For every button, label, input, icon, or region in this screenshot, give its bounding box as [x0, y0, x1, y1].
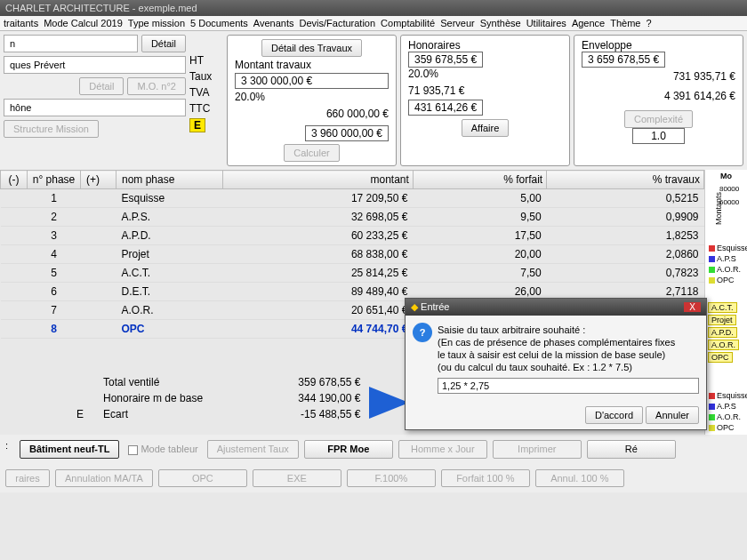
travaux-tva: 660 000,00 € — [235, 105, 389, 123]
left-column: n Détail ques Prévert Détail M.O. n°2 hô… — [4, 35, 186, 166]
menu-item[interactable]: Type mission — [128, 18, 185, 28]
mo-n2-button[interactable]: M.O. n°2 — [127, 77, 186, 95]
label-ht: HT — [189, 54, 223, 67]
field-2[interactable]: ques Prévert — [4, 56, 186, 74]
col-plus[interactable]: (+) — [81, 171, 116, 189]
col-nphase[interactable]: n° phase — [28, 171, 81, 189]
menu-item[interactable]: Synthèse — [480, 18, 521, 28]
legend-item: A.O.R. — [707, 412, 745, 422]
menu-item[interactable]: Avenants — [253, 18, 294, 28]
re-button[interactable]: Ré — [587, 440, 676, 459]
close-icon[interactable]: X — [684, 302, 701, 312]
detail-travaux-button[interactable]: Détail des Travaux — [261, 39, 362, 57]
annul-100-button[interactable]: Annul. 100 % — [535, 469, 624, 487]
homme-jour-button[interactable]: Homme x Jour — [398, 440, 487, 459]
travaux-taux: 20.0% — [235, 91, 389, 103]
travaux-ttc: 3 960 000,00 € — [305, 125, 389, 141]
menu-item[interactable]: traitants — [4, 18, 38, 28]
enveloppe-title: Enveloppe — [582, 39, 735, 52]
complexite-button[interactable]: Complexité — [624, 110, 693, 128]
phase-badge: A.O.R. — [708, 340, 739, 350]
enveloppe-ht: 3 659 678,55 € — [582, 52, 665, 68]
enveloppe-ttc: 4 391 614,26 € — [582, 87, 735, 105]
col-minus[interactable]: (-) — [1, 171, 28, 189]
imprimer-button[interactable]: Imprimer — [493, 440, 582, 459]
mode-tableur-check[interactable]: Mode tableur — [124, 440, 201, 459]
dialog-cancel-button[interactable]: Annuler — [646, 406, 699, 424]
affaire-button[interactable]: Affaire — [462, 119, 510, 137]
table-row[interactable]: 1Esquisse17 209,50 €5,000,5215 — [1, 189, 704, 208]
f100-button[interactable]: F.100% — [347, 469, 436, 487]
phase-badge: Projet — [708, 315, 736, 325]
table-header-row: (-) n° phase (+) nom phase montant % for… — [1, 171, 704, 189]
field-3[interactable]: hône — [4, 99, 186, 116]
ajustement-taux-button[interactable]: Ajustement Taux — [207, 440, 299, 459]
col-montant[interactable]: montant — [223, 171, 414, 189]
label-tva: TVA — [189, 86, 223, 99]
total-ventile-montant: 359 678,55 € — [222, 374, 365, 390]
phase-badge: OPC — [708, 352, 733, 363]
exe-button[interactable]: EXE — [253, 469, 341, 487]
raires-button[interactable]: raires — [5, 469, 50, 487]
structure-mission-button[interactable]: Structure Mission — [4, 120, 99, 138]
honoraires-panel: Honoraires 359 678,55 € 20.0% 71 935,71 … — [400, 35, 570, 166]
dialog-line-3: le taux à saisir est celui de la mission… — [438, 349, 699, 360]
table-row[interactable]: 4Projet68 838,00 €20,002,0860 — [1, 245, 704, 264]
total-ventile-label: Total ventilé — [98, 374, 222, 390]
table-row[interactable]: 3A.P.D.60 233,25 €17,501,8253 — [1, 227, 704, 245]
question-icon: ? — [413, 323, 432, 342]
legend-item: A.O.R. — [707, 264, 745, 275]
top-panels: n Détail ques Prévert Détail M.O. n°2 hô… — [0, 31, 747, 170]
honoraires-ht: 359 678,55 € — [408, 52, 483, 68]
toolbar-row-1: : Bâtiment neuf-TL Mode tableur Ajusteme… — [0, 435, 747, 464]
field-1[interactable]: n — [4, 35, 138, 52]
chart-tick: 60000 — [719, 198, 739, 206]
menu-item[interactable]: Utilitaires — [526, 18, 566, 28]
menu-item[interactable]: Devis/Facturation — [300, 18, 376, 28]
calculer-button[interactable]: Calculer — [284, 144, 339, 162]
chart-title: Mo — [707, 172, 745, 180]
col-travaux[interactable]: % travaux — [547, 171, 704, 189]
label-taux: Taux — [189, 70, 223, 83]
menu-item[interactable]: Serveur — [440, 18, 475, 28]
menu-item[interactable]: Mode Calcul 2019 — [44, 18, 123, 28]
checkbox-icon — [128, 445, 138, 455]
menubar: traitantsMode Calcul 2019Type mission5 D… — [0, 16, 747, 31]
chart-ylabel: Montants — [714, 192, 723, 225]
forfait-100-button[interactable]: Forfait 100 % — [441, 469, 530, 487]
col-forfait[interactable]: % forfait — [413, 171, 546, 189]
menu-item[interactable]: 5 Documents — [190, 18, 248, 28]
table-row[interactable]: 5A.C.T.25 814,25 €7,500,7823 — [1, 264, 704, 283]
travaux-ht: 3 300 000,00 € — [235, 73, 389, 89]
batiment-button[interactable]: Bâtiment neuf-TL — [20, 440, 119, 459]
opc-button[interactable]: OPC — [158, 469, 247, 487]
menu-item[interactable]: Thème — [610, 18, 640, 28]
col-nom[interactable]: nom phase — [116, 171, 223, 189]
fpr-moe-button[interactable]: FPR Moe — [304, 440, 393, 459]
montant-travaux-label: Montant travaux — [235, 59, 389, 71]
menu-item[interactable]: ? — [646, 18, 651, 28]
dialog-titlebar[interactable]: ◆ Entrée X — [406, 299, 706, 316]
annulation-ma-ta-button[interactable]: Annulation MA/TA — [55, 469, 153, 487]
ecart-col-e: E — [62, 406, 98, 422]
chart-tick: 80000 — [719, 185, 739, 193]
honoraires-title: Honoraires — [408, 39, 562, 52]
enveloppe-tva: 731 935,71 € — [582, 68, 735, 85]
legend-item: Esquisse — [707, 390, 745, 401]
honoraires-taux: 20.0% — [408, 68, 562, 80]
honoraires-tva: 71 935,71 € — [408, 82, 562, 100]
detail-button-1[interactable]: Détail — [141, 35, 186, 52]
table-row[interactable]: 2A.P.S.32 698,05 €9,500,9909 — [1, 208, 704, 227]
menu-item[interactable]: Comptabilité — [381, 18, 435, 28]
label-e: E — [189, 118, 205, 132]
honoraire-base-label: Honoraire m de base — [98, 390, 222, 406]
tax-labels: HT Taux TVA TTC E — [189, 35, 223, 166]
ecart-montant: -15 488,55 € — [222, 406, 365, 422]
menu-item[interactable]: Agence — [572, 18, 605, 28]
enveloppe-panel: Enveloppe 3 659 678,55 € 731 935,71 € 4 … — [574, 35, 743, 166]
dialog-input[interactable] — [438, 378, 699, 394]
dialog-ok-button[interactable]: D'accord — [585, 406, 643, 424]
phase-badge: A.P.D. — [708, 327, 737, 338]
dialog-line-4: (ou du calcul du taux souhaité. Ex : 1.2… — [438, 362, 699, 372]
detail-button-2[interactable]: Détail — [79, 77, 124, 95]
